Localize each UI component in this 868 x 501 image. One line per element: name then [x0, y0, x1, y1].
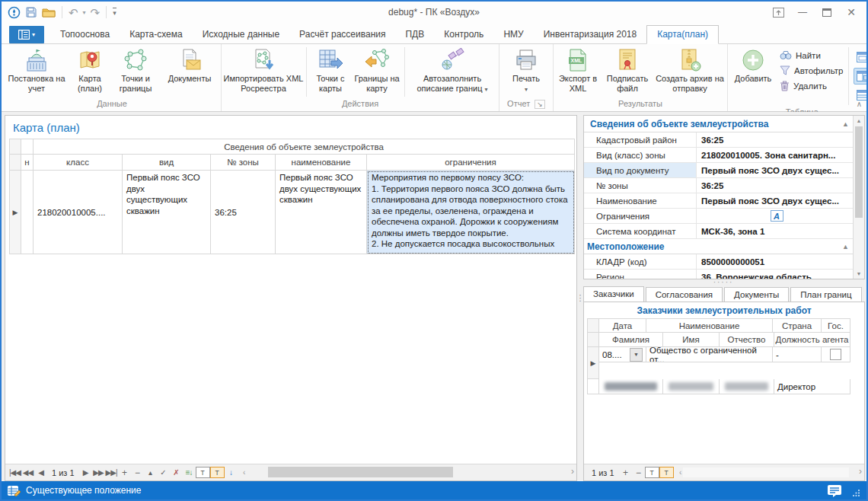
tab-plan-granic[interactable]: План границ	[790, 287, 861, 302]
map-plan-button[interactable]: Карта (план)	[69, 46, 111, 94]
add-record-button[interactable]: Добавить	[729, 46, 777, 84]
create-archive-button[interactable]: Создать архив на отправку	[654, 46, 726, 94]
column-header-name[interactable]: наименование	[276, 155, 367, 171]
autofilter-button[interactable]: Автофильтр	[780, 64, 843, 77]
nav-delete-button[interactable]: −	[131, 467, 144, 478]
tab-dokumenty[interactable]: Документы	[724, 287, 789, 302]
cell-class[interactable]: 218020010005....	[34, 171, 123, 254]
chevron-down-icon[interactable]: ▼	[630, 348, 643, 362]
register-button[interactable]: Постановка на учет	[5, 46, 69, 94]
cell-vid[interactable]: Первый пояс ЗСО двух существующих скважи…	[123, 171, 211, 254]
nav-delete-button[interactable]: −	[632, 467, 645, 478]
cell-country[interactable]: -	[773, 347, 822, 362]
property-row[interactable]: Система координатМСК-36, зона 1	[584, 224, 854, 239]
horizontal-scrollbar-track[interactable]	[683, 467, 849, 477]
vertical-splitter[interactable]: ⋮	[577, 115, 583, 481]
format-text-icon[interactable]: A	[771, 210, 783, 222]
horizontal-splitter[interactable]: ·····	[583, 278, 863, 286]
nav-last-button[interactable]: ▶▶|	[105, 468, 118, 477]
cell-surname-redacted[interactable]	[599, 379, 663, 394]
nav-post-button[interactable]: ✓	[157, 468, 170, 477]
property-row[interactable]: НаименованиеПервый пояс ЗСО двух сущес..…	[584, 193, 854, 209]
column-header-class[interactable]: класс	[34, 155, 123, 171]
tab-pdv[interactable]: ПДВ	[395, 26, 434, 43]
tab-nmu[interactable]: НМУ	[493, 26, 533, 43]
notes-icon[interactable]	[827, 484, 842, 497]
property-row[interactable]: № зоны36:25	[584, 178, 854, 193]
redo-icon[interactable]: ↷	[91, 7, 101, 18]
horizontal-scrollbar-thumb[interactable]	[268, 467, 453, 477]
documents-button[interactable]: Документы	[160, 46, 219, 84]
tab-karta-plan[interactable]: Карта(план)	[646, 25, 719, 44]
properties-header[interactable]: Сведения об объекте землеустройства▲	[584, 116, 854, 132]
save-icon[interactable]	[25, 6, 37, 18]
nav-cancel-button[interactable]: ✗	[170, 468, 183, 477]
tab-topoosnova[interactable]: Топооснова	[50, 26, 120, 43]
vertical-scrollbar-thumb[interactable]	[855, 126, 863, 218]
undo-dropdown-icon[interactable]: ▾	[83, 7, 86, 18]
nav-edit-button[interactable]: ▴	[144, 468, 157, 477]
nav-fit-text-button[interactable]: T	[210, 467, 225, 478]
points-borders-button[interactable]: Точки и границы	[111, 46, 160, 94]
scroll-right-icon[interactable]: ›	[859, 466, 862, 477]
view-toggle-form-button[interactable]	[854, 49, 868, 65]
points-from-map-button[interactable]: Точки с карты	[309, 46, 352, 94]
undo-icon[interactable]: ↶	[69, 7, 78, 18]
export-xml-button[interactable]: XML Экспорт в XML	[555, 46, 601, 94]
tab-inventarizaciya[interactable]: Инвентаризация 2018	[534, 26, 646, 43]
cell-name[interactable]: Первый пояс ЗСО двух существующих скважи…	[276, 171, 367, 254]
cell-restrictions-selected[interactable]: Мероприятия по первому поясу ЗСО: 1. Тер…	[367, 171, 575, 254]
column-header-position[interactable]: Должность агента	[774, 333, 850, 347]
property-row[interactable]: ОграниченияA	[584, 209, 854, 224]
tab-kontrol[interactable]: Контроль	[434, 26, 493, 43]
property-row[interactable]: Кадастровый район36:25	[584, 132, 854, 148]
view-toggle-split-button[interactable]	[854, 68, 868, 85]
scroll-right-icon[interactable]: ›	[571, 466, 574, 477]
nav-wrap-text-button[interactable]: T	[196, 467, 210, 478]
column-header-firstname[interactable]: Имя	[663, 333, 720, 347]
cell-date-combo[interactable]: 08....▼	[599, 347, 646, 362]
nav-next-page-button[interactable]: ▶▶	[92, 468, 105, 477]
cell-position[interactable]: Директор	[774, 379, 850, 394]
column-header-zone[interactable]: № зоны	[211, 155, 276, 171]
nav-wrap-text-button[interactable]: T	[645, 467, 659, 478]
tab-ishodnye-dannye[interactable]: Исходные данные	[193, 26, 289, 43]
nav-sort-icon[interactable]: ≡↓	[183, 468, 196, 477]
scroll-up-icon[interactable]: ▲	[857, 116, 862, 126]
scroll-left-icon[interactable]: ‹	[238, 468, 251, 477]
close-button[interactable]: ✕	[841, 5, 862, 20]
band-header[interactable]: Сведения об объекте землеустройства	[34, 139, 575, 155]
checkbox-unchecked[interactable]	[830, 349, 841, 360]
properties-scrollbar[interactable]: ▲ ▼	[853, 116, 864, 279]
cell-company-name[interactable]: Общество с ограниченной от...	[646, 347, 773, 362]
cell-gos[interactable]	[822, 347, 850, 362]
nav-first-button[interactable]: |◀◀	[8, 468, 21, 477]
nav-fit-text-button[interactable]: T	[659, 467, 674, 478]
maximize-button[interactable]	[816, 5, 838, 20]
table-row[interactable]: ▶ 08....▼ Общество с ограниченной от... …	[587, 347, 864, 379]
collapse-icon[interactable]: ▲	[842, 120, 849, 128]
customize-toolbar-icon[interactable]: ▾	[113, 8, 116, 17]
section-location[interactable]: Местоположение▲	[584, 239, 854, 254]
column-header-name[interactable]: Наименование	[646, 318, 773, 333]
table-row[interactable]: ▶ 218020010005.... Первый пояс ЗСО двух …	[9, 171, 576, 254]
column-header-vid[interactable]: вид	[123, 155, 211, 171]
find-button[interactable]: Найти	[780, 49, 843, 62]
nav-prev-page-button[interactable]: ◀◀	[21, 468, 34, 477]
table-row[interactable]: Директор	[587, 379, 864, 394]
cell-patronymic-redacted[interactable]	[720, 379, 774, 394]
property-row[interactable]: Вид (класс) зоны218020010005. Зона санит…	[584, 148, 854, 163]
open-folder-icon[interactable]	[42, 7, 56, 18]
collapse-icon[interactable]: ▲	[842, 243, 849, 250]
import-xml-button[interactable]: Импортировать XML Росреестра	[223, 46, 304, 94]
tab-soglasovaniya[interactable]: Согласования	[646, 287, 723, 302]
tab-karta-shema[interactable]: Карта-схема	[120, 26, 193, 43]
column-header-n[interactable]: н	[21, 155, 34, 171]
column-header-patronymic[interactable]: Отчество	[720, 333, 774, 347]
nav-append-button[interactable]: +	[118, 467, 131, 478]
sign-file-button[interactable]: Подписать файл	[601, 46, 654, 94]
tab-zakazchiki[interactable]: Заказчики	[583, 286, 644, 302]
nav-append-button[interactable]: +	[619, 467, 632, 478]
cell-firstname-redacted[interactable]	[663, 379, 720, 394]
property-row-selected[interactable]: Вид по документуПервый пояс ЗСО двух сущ…	[584, 163, 854, 178]
